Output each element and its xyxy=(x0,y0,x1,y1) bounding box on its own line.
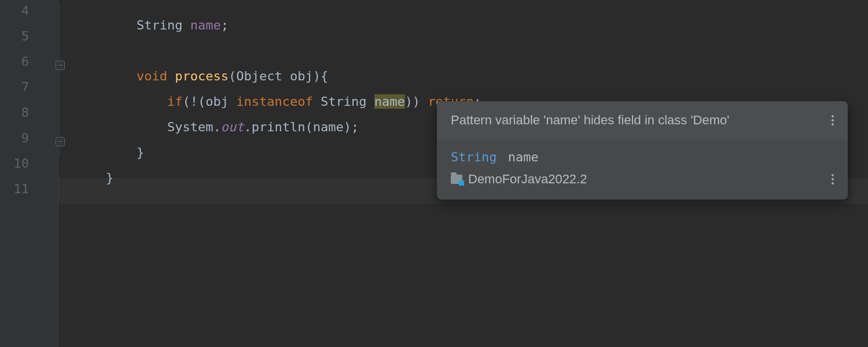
module-folder-icon xyxy=(451,175,462,184)
tooltip-header: Pattern variable 'name' hides field in c… xyxy=(437,101,848,139)
more-actions-icon[interactable] xyxy=(832,174,834,184)
identifier-token: System. xyxy=(167,120,221,134)
line-number: 9 xyxy=(21,131,29,145)
line-number: 8 xyxy=(21,105,29,120)
fold-collapse-icon[interactable] xyxy=(56,56,65,70)
identifier-token: name xyxy=(313,120,344,134)
punct-token: ; xyxy=(221,18,229,32)
inspection-message: Pattern variable 'name' hides field in c… xyxy=(451,113,729,128)
module-path: DemoForJava2022.2 xyxy=(468,172,587,187)
type-token: String xyxy=(137,18,182,32)
line-number: 6 xyxy=(21,54,29,69)
line-number: 5 xyxy=(21,29,29,43)
identifier-token: .println( xyxy=(244,120,312,134)
space xyxy=(420,94,428,109)
fold-collapse-icon[interactable] xyxy=(56,132,65,146)
code-line[interactable]: } xyxy=(75,156,113,200)
declaration-name: name xyxy=(508,150,539,164)
brace-token: } xyxy=(137,145,144,160)
static-field-token: out xyxy=(221,120,244,134)
tooltip-body: String name DemoForJava2022.2 xyxy=(437,139,848,200)
editor-gutter: 4 5 6 7 8 9 10 11 xyxy=(0,0,58,347)
field-token: name xyxy=(190,18,221,32)
punct-token: ); xyxy=(344,120,359,134)
indent xyxy=(106,18,137,32)
line-number: 11 xyxy=(14,182,30,196)
code-line[interactable]: String name; xyxy=(75,3,229,47)
punct-token: )) xyxy=(405,94,421,109)
space xyxy=(182,18,190,32)
declaration-type: String xyxy=(451,150,496,164)
brace-token: } xyxy=(106,171,113,185)
space xyxy=(366,94,374,109)
more-actions-icon[interactable] xyxy=(832,115,834,125)
line-number: 7 xyxy=(21,80,29,94)
inspection-tooltip[interactable]: Pattern variable 'name' hides field in c… xyxy=(437,101,848,200)
line-number: 4 xyxy=(21,3,29,18)
pattern-variable-highlight[interactable]: name xyxy=(374,94,405,109)
fold-guide-line xyxy=(60,5,60,155)
declaration-name xyxy=(501,150,508,164)
line-number: 10 xyxy=(14,156,30,171)
